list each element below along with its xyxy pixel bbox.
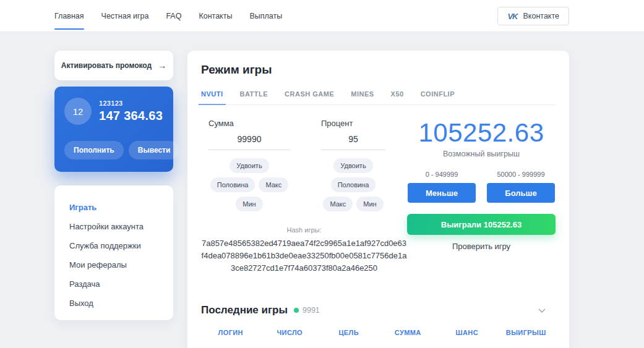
last-games-header: Последние игры 9991 [201,304,556,316]
balance-card-top: 12 123123 147 364.63 [64,98,163,125]
amount-label: Сумма [208,119,290,128]
vk-login-button[interactable]: VK Вконтакте [497,7,569,25]
avatar: 12 [64,98,92,125]
amount-input[interactable] [208,134,290,150]
tab-x50[interactable]: X50 [391,85,404,104]
online-dot-icon [294,308,299,313]
win-panel: 105252.63 Возможный выигрыш 0 - 949999 М… [407,119,556,274]
amount-double-button[interactable]: Удвоить [230,158,268,173]
bet-fields: Сумма Удвоить Половина Макс Мин Процент [201,119,407,211]
possible-win-label: Возможный выигрыш [407,150,556,158]
hash-label: Hash игры: [201,226,407,234]
win-result-button[interactable]: Выиграли 105252.63 [407,214,556,235]
possible-win-amount: 105252.63 [407,119,556,147]
hash-value: 7a857e48565382ed4719aea74f2c9965a1e1af92… [201,237,407,274]
main-nav: Главная Честная игра FAQ Контакты Выплат… [54,0,282,32]
col-number: ЧИСЛО [260,329,320,336]
tab-nvuti[interactable]: NVUTI [201,85,223,104]
username: 123123 [99,100,163,107]
bet-direction-row: 0 - 949999 Меньше 50000 - 999999 Больше [407,171,556,203]
vk-button-label: Вконтакте [523,12,559,20]
nav-item-contacts[interactable]: Контакты [199,0,232,32]
deposit-button[interactable]: Пополнить [64,141,124,159]
col-target: ЦЕЛЬ [319,329,379,336]
percent-field-group: Процент Удвоить Половина Макс Мин [321,119,385,211]
amount-max-button[interactable]: Макс [259,177,288,192]
page: Главная Честная игра FAQ Контакты Выплат… [0,0,644,348]
percent-double-button[interactable]: Удвоить [333,158,372,173]
chevron-down-icon[interactable] [537,305,547,315]
amount-half-button[interactable]: Половина [210,177,255,192]
last-games-count: 9991 [303,306,320,315]
bet-form: Сумма Удвоить Половина Макс Мин Процент [201,119,407,274]
nav-item-home[interactable]: Главная [54,0,84,32]
last-games-title: Последние игры [201,304,288,316]
amount-quick-buttons: Удвоить Половина Макс Мин [208,158,290,211]
balance-info: 123123 147 364.63 [99,100,163,123]
more-column: 50000 - 999999 Больше [487,171,555,203]
percent-label: Процент [321,119,385,128]
balance-actions: Пополнить Вывести [64,141,163,159]
withdraw-button[interactable]: Вывести [129,141,180,159]
tab-battle[interactable]: BATTLE [240,85,268,104]
balance-card: 12 123123 147 364.63 Пополнить Вывести [54,87,173,172]
nav-item-payouts[interactable]: Выплаты [249,0,282,32]
sidebar-menu: Играть Настройки аккаунта Служба поддерж… [54,185,173,320]
game-body: Сумма Удвоить Половина Макс Мин Процент [201,119,556,274]
col-chance: ШАНС [437,329,497,336]
percent-half-button[interactable]: Половина [331,177,376,192]
less-range-label: 0 - 949999 [408,171,476,178]
top-nav: Главная Честная игра FAQ Контакты Выплат… [0,0,644,32]
percent-min-button[interactable]: Мин [356,197,383,211]
sidebar-item-play[interactable]: Играть [54,198,173,217]
percent-input[interactable] [321,134,385,150]
nav-item-faq[interactable]: FAQ [166,0,181,32]
balance-amount: 147 364.63 [99,109,163,123]
less-button[interactable]: Меньше [408,183,476,203]
less-column: 0 - 949999 Меньше [408,171,476,203]
nav-item-fair-game[interactable]: Честная игра [101,0,149,32]
percent-quick-buttons: Удвоить Половина Макс Мин [321,158,385,211]
more-button[interactable]: Больше [487,183,555,203]
col-login: ЛОГИН [201,329,260,336]
col-win: ВЫИГРЫШ [497,329,556,336]
check-game-link[interactable]: Проверить игру [407,242,556,251]
activate-promo-button[interactable]: Активировать промокод → [54,51,173,80]
col-amount: СУММА [379,329,438,336]
sidebar-item-support[interactable]: Служба поддержки [54,236,173,255]
sidebar-item-account-settings[interactable]: Настройки аккаунта [54,217,173,236]
promo-button-label: Активировать промокод [61,61,152,70]
tab-crash-game[interactable]: CRASH GAME [285,85,334,104]
table-row: 123123 762256 0 - 949999 99990 105252.63 [201,336,556,348]
arrow-right-icon: → [158,61,166,70]
vk-icon: VK [507,12,517,21]
table-header-row: ЛОГИН ЧИСЛО ЦЕЛЬ СУММА ШАНС ВЫИГРЫШ [201,329,556,336]
sidebar-item-logout[interactable]: Выход [54,294,173,313]
game-mode-tabs: NVUTI BATTLE CRASH GAME MINES X50 COINFL… [201,85,556,105]
amount-field-group: Сумма Удвоить Половина Макс Мин [208,119,290,211]
tab-coinflip[interactable]: COINFLIP [421,85,455,104]
page-title: Режим игры [201,63,556,77]
game-panel: Режим игры NVUTI BATTLE CRASH GAME MINES… [187,51,569,348]
tab-mines[interactable]: MINES [351,85,374,104]
sidebar-item-giveaway[interactable]: Раздача [54,274,173,294]
amount-min-button[interactable]: Мин [236,197,262,211]
more-range-label: 50000 - 999999 [487,171,555,178]
sidebar-item-referrals[interactable]: Мои рефералы [54,255,173,274]
last-games-table: ЛОГИН ЧИСЛО ЦЕЛЬ СУММА ШАНС ВЫИГРЫШ 1231… [201,329,556,348]
percent-max-button[interactable]: Макс [323,197,353,211]
game-hash-block: Hash игры: 7a857e48565382ed4719aea74f2c9… [201,226,407,274]
